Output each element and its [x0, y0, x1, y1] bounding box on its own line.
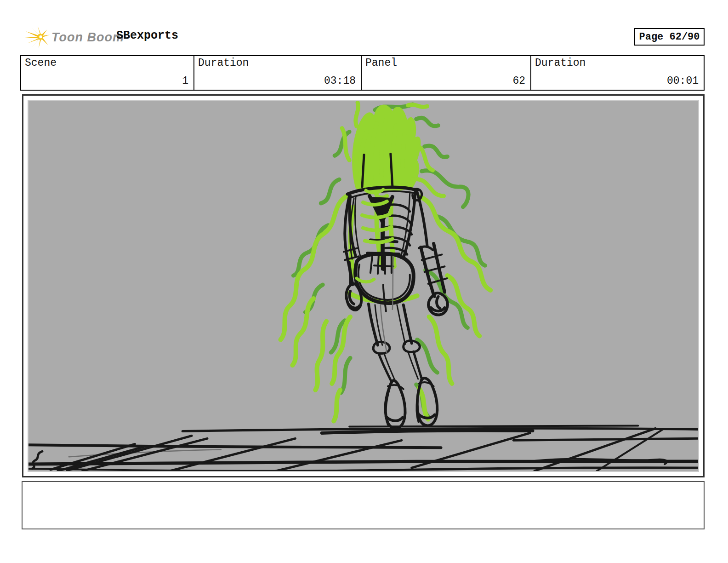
scene-cell: Scene 1 [21, 56, 193, 90]
panel-label: Panel [365, 57, 397, 69]
panel-cell: Panel 62 [361, 56, 530, 90]
scene-info-bar: Scene 1 Duration 03:18 Panel 62 Duration… [20, 55, 705, 91]
toonboom-logo: Toon Boom [25, 26, 124, 49]
scene-duration-cell: Duration 03:18 [193, 56, 361, 90]
panel-canvas [28, 100, 699, 472]
flaming-figure-sketch [28, 101, 698, 471]
scene-label: Scene [25, 57, 57, 69]
header: Toon Boom SBexports Page 62/90 [0, 0, 728, 51]
document-title: SBexports [116, 29, 178, 42]
storyboard-panel-frame [22, 94, 705, 477]
storyboard-export-page: Toon Boom SBexports Page 62/90 Scene 1 D… [0, 0, 728, 563]
page-number-box: Page 62/90 [634, 28, 705, 46]
panel-duration-value: 00:01 [667, 75, 699, 87]
scene-value: 1 [182, 75, 188, 87]
toonboom-logo-text: Toon Boom [51, 30, 124, 45]
scene-duration-label: Duration [198, 57, 249, 69]
page-number-label: Page 62/90 [639, 31, 700, 43]
panel-duration-label: Duration [535, 57, 586, 69]
toonboom-starburst-icon [25, 26, 51, 49]
caption-box [22, 481, 705, 529]
panel-duration-cell: Duration 00:01 [530, 56, 704, 90]
panel-value: 62 [512, 75, 525, 87]
scene-duration-value: 03:18 [324, 75, 356, 87]
